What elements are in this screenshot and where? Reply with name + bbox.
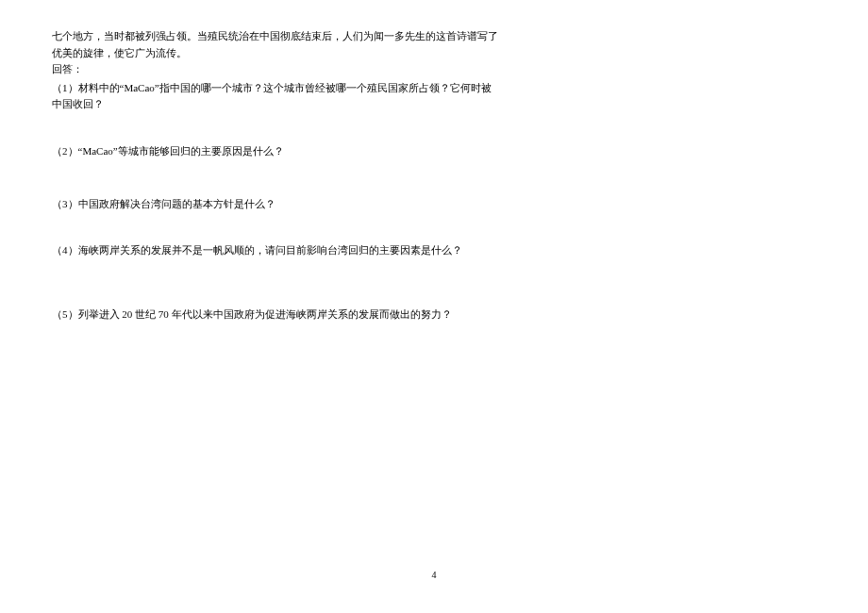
answer-space-3 (52, 214, 816, 242)
question-4: （4）海峡两岸关系的发展并不是一帆风顺的，请问目前影响台湾回归的主要因素是什么？ (52, 242, 816, 259)
answer-space-1 (52, 115, 816, 143)
question-1: （1）材料中的“MaCao”指中国的哪一个城市？这个城市曾经被哪一个殖民国家所占… (52, 80, 816, 113)
question-2-text: （2）“MaCao”等城市能够回归的主要原因是什么？ (52, 143, 816, 160)
intro-line-3: 回答： (52, 61, 816, 78)
question-3: （3）中国政府解决台湾问题的基本方针是什么？ (52, 196, 816, 213)
answer-space-2 (52, 162, 816, 196)
question-3-text: （3）中国政府解决台湾问题的基本方针是什么？ (52, 196, 816, 213)
page-number: 4 (0, 568, 868, 583)
intro-paragraph: 七个地方，当时都被列强占领。当殖民统治在中国彻底结束后，人们为闻一多先生的这首诗… (52, 28, 816, 78)
intro-line-1: 七个地方，当时都被列强占领。当殖民统治在中国彻底结束后，人们为闻一多先生的这首诗… (52, 28, 816, 45)
intro-line-2: 优美的旋律，使它广为流传。 (52, 45, 816, 62)
question-1-line-2: 中国收回？ (52, 96, 816, 113)
question-2: （2）“MaCao”等城市能够回归的主要原因是什么？ (52, 143, 816, 160)
question-5: （5）列举进入 20 世纪 70 年代以来中国政府为促进海峡两岸关系的发展而做出… (52, 306, 816, 323)
document-content: 七个地方，当时都被列强占领。当殖民统治在中国彻底结束后，人们为闻一多先生的这首诗… (0, 0, 868, 323)
answer-space-4 (52, 261, 816, 306)
question-1-line-1: （1）材料中的“MaCao”指中国的哪一个城市？这个城市曾经被哪一个殖民国家所占… (52, 80, 816, 97)
question-4-text: （4）海峡两岸关系的发展并不是一帆风顺的，请问目前影响台湾回归的主要因素是什么？ (52, 242, 816, 259)
question-5-text: （5）列举进入 20 世纪 70 年代以来中国政府为促进海峡两岸关系的发展而做出… (52, 306, 816, 323)
